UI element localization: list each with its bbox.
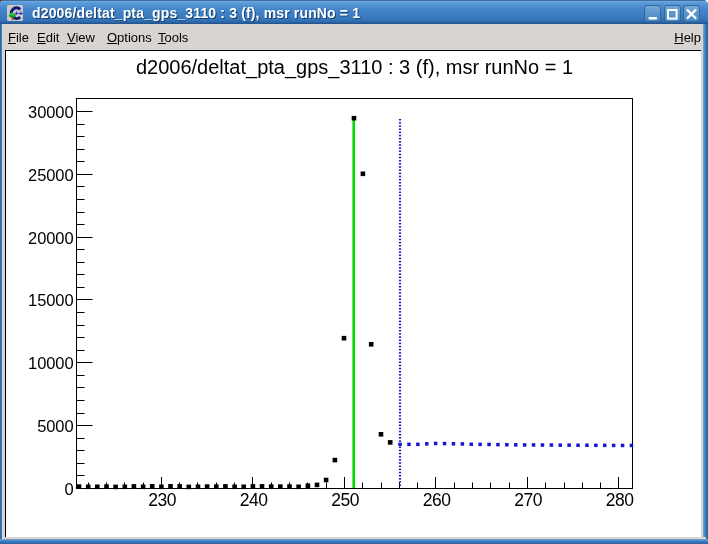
svg-text:30000: 30000 [28, 103, 73, 121]
svg-text:d2006/deltat_pta_gps_3110 : 3: d2006/deltat_pta_gps_3110 : 3 (f), msr r… [136, 56, 573, 79]
svg-text:230: 230 [148, 490, 176, 510]
svg-text:15000: 15000 [28, 291, 73, 309]
svg-text:10000: 10000 [28, 354, 73, 372]
svg-text:260: 260 [423, 490, 451, 510]
svg-text:250: 250 [331, 490, 359, 510]
svg-text:0: 0 [64, 480, 73, 498]
svg-text:240: 240 [240, 490, 268, 510]
svg-text:20000: 20000 [28, 229, 73, 247]
svg-text:5000: 5000 [37, 417, 73, 435]
svg-text:270: 270 [514, 490, 542, 510]
svg-text:25000: 25000 [28, 166, 73, 184]
svg-text:280: 280 [606, 490, 634, 510]
